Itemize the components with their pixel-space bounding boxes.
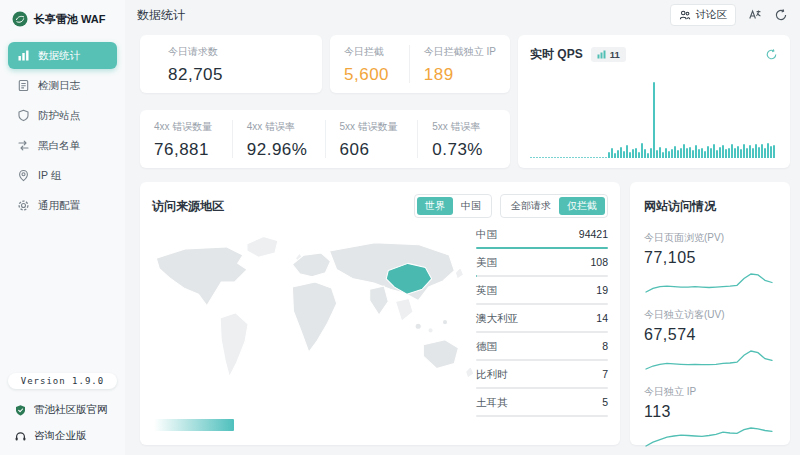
site-metric: 今日独立访客(UV)67,574 [644,308,776,372]
metric-value: 77,105 [644,249,776,267]
country-name: 英国 [476,284,497,298]
qps-bar [734,148,736,158]
card-realtime-qps: 实时 QPS 11 [518,35,790,168]
qps-bar [710,148,712,158]
country-line: 澳大利亚14 [476,312,608,326]
country-value: 19 [596,284,608,298]
shield-icon [17,109,30,122]
stat-label: 4xx 错误数量 [154,120,218,134]
app-logo-icon [12,11,28,27]
qps-bar [731,144,733,158]
qps-bar [770,146,772,158]
qps-bar [554,157,556,158]
country-name: 比利时 [476,368,508,382]
qps-bar [773,145,775,158]
qps-bar [614,153,616,158]
card-visit-regions: 访问来源地区 世界中国 全部请求仅拦截 [140,182,620,445]
qps-bar [590,157,592,158]
qps-bar [641,143,643,158]
qps-bar [599,157,601,158]
filter-option-全部请求[interactable]: 全部请求 [503,197,559,215]
qps-refresh-icon[interactable] [765,48,778,61]
sidebar-item-黑白名单[interactable]: 黑白名单 [8,132,117,159]
sidebar-link-label: 咨询企业版 [34,429,87,443]
qps-bar [716,150,718,158]
qps-bar [626,145,628,158]
sidebar-item-label: 通用配置 [38,199,80,213]
qps-bar [563,157,565,158]
version-badge: Version 1.9.0 [8,373,117,389]
sidebar-item-数据统计[interactable]: 数据统计 [8,42,117,69]
country-row: 德国8 [476,340,608,361]
card-error-stats: 4xx 错误数量76,8814xx 错误率92.96%5xx 错误数量6065x… [140,110,510,168]
qps-bar [650,148,652,158]
sidebar-item-label: 黑白名单 [38,139,80,153]
country-value: 5 [602,396,608,410]
country-name: 美国 [476,256,497,270]
country-line: 比利时7 [476,368,608,382]
translate-icon[interactable] [748,8,762,22]
qps-bar [659,147,661,158]
qps-bar [728,148,730,158]
map-color-legend [154,419,234,431]
country-row: 比利时7 [476,368,608,389]
logout-icon[interactable] [774,8,788,22]
qps-bar [761,144,763,158]
qps-bar [623,151,625,158]
country-name: 澳大利亚 [476,312,518,326]
discussion-label: 讨论区 [696,8,728,22]
stat-cell: 4xx 错误数量76,881 [140,120,232,158]
qps-bar [752,148,754,158]
qps-bar [566,157,568,158]
sidebar-link-咨询企业版[interactable]: 咨询企业版 [0,423,125,449]
qps-bar [671,149,673,158]
qps-bar [530,157,532,158]
page-title: 数据统计 [137,7,185,24]
stat-value: 82,705 [168,65,294,85]
qps-bar [593,157,595,158]
filter-option-仅拦截[interactable]: 仅拦截 [559,197,605,215]
scope-option-世界[interactable]: 世界 [417,197,453,215]
people-icon [679,9,691,21]
qps-bar [695,145,697,158]
region-toggles: 世界中国 全部请求仅拦截 [414,194,608,218]
qps-bar [719,147,721,158]
stat-value: 0.73% [432,140,496,160]
sidebar-item-label: IP 组 [38,169,61,183]
bar-chart-icon [17,49,30,62]
metric-value: 67,574 [644,326,776,344]
stat-value: 5,600 [344,65,395,85]
country-line: 中国94421 [476,228,608,242]
ip-group-icon [17,169,30,182]
stat-cell: 4xx 错误率92.96% [232,120,325,158]
site-metric: 今日页面浏览(PV)77,105 [644,231,776,295]
qps-bar [569,157,571,158]
main-area: 数据统计 讨论区 [125,0,800,455]
scope-option-中国[interactable]: 中国 [453,197,489,215]
stat-cell: 今日拦截5,600 [330,45,409,83]
stat-label: 4xx 错误率 [247,120,311,134]
qps-bar [725,149,727,158]
site-visits-title: 网站访问情况 [644,199,716,213]
sidebar-item-检测日志[interactable]: 检测日志 [8,72,117,99]
qps-bar [575,157,577,158]
qps-bar [683,144,685,158]
sidebar-item-通用配置[interactable]: 通用配置 [8,192,117,219]
card-site-visits: 网站访问情况 今日页面浏览(PV)77,105今日独立访客(UV)67,574今… [630,182,790,445]
metric-sparkline [644,269,774,295]
sidebar-link-雷池社区版官网[interactable]: 雷池社区版官网 [0,397,125,423]
qps-bar [668,151,670,158]
sidebar-link-label: 雷池社区版官网 [34,403,108,417]
country-name: 德国 [476,340,497,354]
qps-bar [740,149,742,158]
country-line: 美国108 [476,256,608,270]
country-value: 8 [602,340,608,354]
discussion-button[interactable]: 讨论区 [670,4,737,26]
country-value: 108 [590,256,608,270]
mini-bars-icon [597,50,606,59]
stat-label: 今日请求数 [168,45,294,59]
sidebar-item-防护站点[interactable]: 防护站点 [8,102,117,129]
qps-bar [629,152,631,158]
sidebar-item-IP 组[interactable]: IP 组 [8,162,117,189]
country-row: 英国19 [476,284,608,305]
